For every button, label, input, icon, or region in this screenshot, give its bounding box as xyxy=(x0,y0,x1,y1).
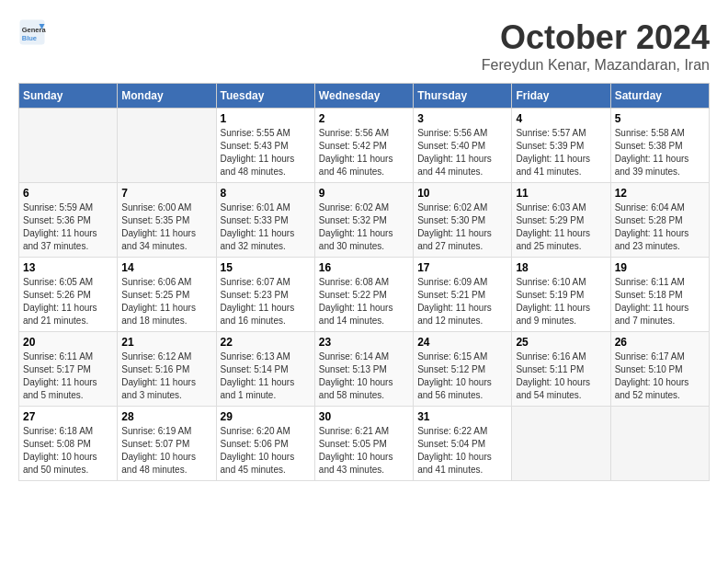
calendar-cell: 30Sunrise: 6:21 AMSunset: 5:05 PMDayligh… xyxy=(314,407,413,481)
day-number: 4 xyxy=(516,112,606,125)
day-number: 20 xyxy=(23,336,113,349)
day-number: 21 xyxy=(121,336,211,349)
calendar-cell: 14Sunrise: 6:06 AMSunset: 5:25 PMDayligh… xyxy=(118,258,216,332)
day-detail: Sunrise: 5:58 AMSunset: 5:38 PMDaylight:… xyxy=(615,127,705,178)
calendar-row: 20Sunrise: 6:11 AMSunset: 5:17 PMDayligh… xyxy=(19,332,710,407)
calendar-cell: 15Sunrise: 6:07 AMSunset: 5:23 PMDayligh… xyxy=(216,258,314,332)
day-detail: Sunrise: 6:22 AMSunset: 5:04 PMDaylight:… xyxy=(417,425,507,477)
calendar-cell xyxy=(19,109,118,183)
calendar-cell: 21Sunrise: 6:12 AMSunset: 5:16 PMDayligh… xyxy=(118,332,216,407)
day-number: 24 xyxy=(417,336,507,349)
day-number: 31 xyxy=(417,410,507,423)
day-detail: Sunrise: 6:02 AMSunset: 5:32 PMDaylight:… xyxy=(319,201,409,253)
weekday-header-cell: Friday xyxy=(512,84,610,109)
day-number: 25 xyxy=(516,336,606,349)
day-number: 11 xyxy=(516,187,606,200)
calendar-row: 27Sunrise: 6:18 AMSunset: 5:08 PMDayligh… xyxy=(19,407,710,481)
day-number: 5 xyxy=(615,112,705,125)
calendar-table: SundayMondayTuesdayWednesdayThursdayFrid… xyxy=(18,83,710,481)
day-number: 2 xyxy=(319,112,409,125)
weekday-header-row: SundayMondayTuesdayWednesdayThursdayFrid… xyxy=(19,84,710,109)
day-number: 19 xyxy=(615,261,705,274)
calendar-cell: 19Sunrise: 6:11 AMSunset: 5:18 PMDayligh… xyxy=(610,258,709,332)
weekday-header-cell: Sunday xyxy=(19,84,118,109)
day-detail: Sunrise: 5:56 AMSunset: 5:40 PMDaylight:… xyxy=(417,127,507,178)
calendar-cell xyxy=(512,407,610,481)
calendar-cell: 8Sunrise: 6:01 AMSunset: 5:33 PMDaylight… xyxy=(216,183,314,258)
weekday-header-cell: Thursday xyxy=(414,84,512,109)
day-detail: Sunrise: 6:20 AMSunset: 5:06 PMDaylight:… xyxy=(221,425,311,477)
day-detail: Sunrise: 6:15 AMSunset: 5:12 PMDaylight:… xyxy=(417,350,507,402)
month-title: October 2024 xyxy=(482,18,710,57)
calendar-cell: 2Sunrise: 5:56 AMSunset: 5:42 PMDaylight… xyxy=(314,109,413,183)
calendar-cell: 23Sunrise: 6:14 AMSunset: 5:13 PMDayligh… xyxy=(314,332,413,407)
day-number: 28 xyxy=(121,410,211,423)
day-detail: Sunrise: 6:21 AMSunset: 5:05 PMDaylight:… xyxy=(319,425,409,477)
day-number: 22 xyxy=(221,336,311,349)
calendar-cell: 29Sunrise: 6:20 AMSunset: 5:06 PMDayligh… xyxy=(216,407,314,481)
day-number: 18 xyxy=(516,261,606,274)
logo: General Blue xyxy=(18,18,46,46)
day-detail: Sunrise: 6:01 AMSunset: 5:33 PMDaylight:… xyxy=(221,201,311,253)
calendar-cell: 4Sunrise: 5:57 AMSunset: 5:39 PMDaylight… xyxy=(512,109,610,183)
calendar-cell: 9Sunrise: 6:02 AMSunset: 5:32 PMDaylight… xyxy=(314,183,413,258)
day-detail: Sunrise: 6:03 AMSunset: 5:29 PMDaylight:… xyxy=(516,201,606,253)
day-detail: Sunrise: 5:59 AMSunset: 5:36 PMDaylight:… xyxy=(23,201,113,253)
day-number: 14 xyxy=(121,261,211,274)
day-detail: Sunrise: 6:12 AMSunset: 5:16 PMDaylight:… xyxy=(121,350,211,402)
day-number: 1 xyxy=(221,112,311,125)
calendar-cell: 5Sunrise: 5:58 AMSunset: 5:38 PMDaylight… xyxy=(610,109,709,183)
calendar-cell: 22Sunrise: 6:13 AMSunset: 5:14 PMDayligh… xyxy=(216,332,314,407)
weekday-header-cell: Monday xyxy=(118,84,216,109)
calendar-cell: 20Sunrise: 6:11 AMSunset: 5:17 PMDayligh… xyxy=(19,332,118,407)
calendar-cell: 28Sunrise: 6:19 AMSunset: 5:07 PMDayligh… xyxy=(118,407,216,481)
day-number: 8 xyxy=(221,187,311,200)
day-number: 3 xyxy=(417,112,507,125)
day-detail: Sunrise: 6:04 AMSunset: 5:28 PMDaylight:… xyxy=(615,201,705,253)
calendar-cell: 3Sunrise: 5:56 AMSunset: 5:40 PMDaylight… xyxy=(414,109,512,183)
calendar-cell: 24Sunrise: 6:15 AMSunset: 5:12 PMDayligh… xyxy=(414,332,512,407)
calendar-cell: 10Sunrise: 6:02 AMSunset: 5:30 PMDayligh… xyxy=(414,183,512,258)
calendar-row: 1Sunrise: 5:55 AMSunset: 5:43 PMDaylight… xyxy=(19,109,710,183)
calendar-cell: 27Sunrise: 6:18 AMSunset: 5:08 PMDayligh… xyxy=(19,407,118,481)
day-detail: Sunrise: 5:56 AMSunset: 5:42 PMDaylight:… xyxy=(319,127,409,178)
day-number: 30 xyxy=(319,410,409,423)
calendar-cell: 6Sunrise: 5:59 AMSunset: 5:36 PMDaylight… xyxy=(19,183,118,258)
day-number: 23 xyxy=(319,336,409,349)
day-detail: Sunrise: 6:05 AMSunset: 5:26 PMDaylight:… xyxy=(23,276,113,327)
day-detail: Sunrise: 6:18 AMSunset: 5:08 PMDaylight:… xyxy=(23,425,113,477)
day-number: 29 xyxy=(221,410,311,423)
day-detail: Sunrise: 6:08 AMSunset: 5:22 PMDaylight:… xyxy=(319,276,409,327)
day-detail: Sunrise: 6:11 AMSunset: 5:18 PMDaylight:… xyxy=(615,276,705,327)
day-number: 16 xyxy=(319,261,409,274)
weekday-header-cell: Wednesday xyxy=(314,84,413,109)
calendar-row: 6Sunrise: 5:59 AMSunset: 5:36 PMDaylight… xyxy=(19,183,710,258)
weekday-header-cell: Saturday xyxy=(610,84,709,109)
day-number: 10 xyxy=(417,187,507,200)
day-detail: Sunrise: 5:55 AMSunset: 5:43 PMDaylight:… xyxy=(221,127,311,178)
day-detail: Sunrise: 6:02 AMSunset: 5:30 PMDaylight:… xyxy=(417,201,507,253)
day-number: 6 xyxy=(23,187,113,200)
calendar-cell xyxy=(610,407,709,481)
calendar-cell: 12Sunrise: 6:04 AMSunset: 5:28 PMDayligh… xyxy=(610,183,709,258)
day-detail: Sunrise: 6:16 AMSunset: 5:11 PMDaylight:… xyxy=(516,350,606,402)
weekday-header-cell: Tuesday xyxy=(216,84,314,109)
calendar-cell: 26Sunrise: 6:17 AMSunset: 5:10 PMDayligh… xyxy=(610,332,709,407)
calendar-cell: 17Sunrise: 6:09 AMSunset: 5:21 PMDayligh… xyxy=(414,258,512,332)
calendar-row: 13Sunrise: 6:05 AMSunset: 5:26 PMDayligh… xyxy=(19,258,710,332)
day-detail: Sunrise: 6:19 AMSunset: 5:07 PMDaylight:… xyxy=(121,425,211,477)
day-number: 13 xyxy=(23,261,113,274)
logo-icon: General Blue xyxy=(18,18,46,46)
day-detail: Sunrise: 5:57 AMSunset: 5:39 PMDaylight:… xyxy=(516,127,606,178)
day-number: 15 xyxy=(221,261,311,274)
calendar-cell: 13Sunrise: 6:05 AMSunset: 5:26 PMDayligh… xyxy=(19,258,118,332)
day-detail: Sunrise: 6:07 AMSunset: 5:23 PMDaylight:… xyxy=(221,276,311,327)
calendar-cell: 1Sunrise: 5:55 AMSunset: 5:43 PMDaylight… xyxy=(216,109,314,183)
calendar-cell: 31Sunrise: 6:22 AMSunset: 5:04 PMDayligh… xyxy=(414,407,512,481)
calendar-cell: 16Sunrise: 6:08 AMSunset: 5:22 PMDayligh… xyxy=(314,258,413,332)
day-detail: Sunrise: 6:09 AMSunset: 5:21 PMDaylight:… xyxy=(417,276,507,327)
calendar-cell: 25Sunrise: 6:16 AMSunset: 5:11 PMDayligh… xyxy=(512,332,610,407)
day-detail: Sunrise: 6:17 AMSunset: 5:10 PMDaylight:… xyxy=(615,350,705,402)
day-detail: Sunrise: 6:00 AMSunset: 5:35 PMDaylight:… xyxy=(121,201,211,253)
svg-text:Blue: Blue xyxy=(22,34,37,42)
